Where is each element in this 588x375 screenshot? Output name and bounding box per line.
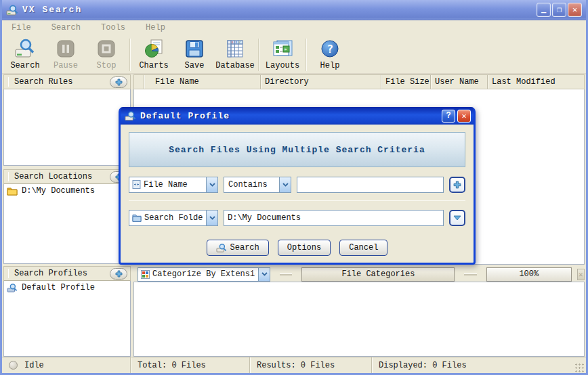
location-item[interactable]: D:\My Documents <box>4 184 130 196</box>
layouts-icon: » <box>272 39 293 59</box>
percent-column-header[interactable]: 100% <box>486 267 572 282</box>
column-user-name[interactable]: User Name <box>430 75 487 89</box>
operator-select-value: Contains <box>228 180 276 190</box>
menu-bar: File Search Tools Help <box>2 20 586 35</box>
search-folder-input[interactable] <box>224 210 444 226</box>
search-rules-title: Search Rules <box>14 77 110 87</box>
close-button[interactable]: ✕ <box>568 3 582 17</box>
folder-icon <box>7 187 18 196</box>
close-categories-button[interactable]: ✕ <box>577 269 585 280</box>
dialog-options-button[interactable]: Options <box>278 240 331 256</box>
toolbar-separator <box>258 39 259 71</box>
toolbar-pause-button[interactable]: Pause <box>45 37 86 72</box>
pause-icon <box>56 39 76 59</box>
dialog-app-icon <box>125 110 136 121</box>
add-criteria-button[interactable] <box>449 177 465 193</box>
toolbar-charts-button[interactable]: Charts <box>133 37 174 72</box>
column-headers: File Name Directory File Size User Name … <box>133 74 585 89</box>
stop-icon <box>96 39 117 59</box>
menu-search[interactable]: Search <box>49 22 83 34</box>
splitter-handle[interactable] <box>280 273 292 275</box>
toolbar-separator <box>306 39 307 71</box>
status-bar: Idle Total: 0 Files Results: 0 Files Dis… <box>2 357 586 373</box>
toolbar-database-label: Database <box>215 61 255 70</box>
categorize-icon <box>141 270 150 279</box>
toolbar-pause-label: Pause <box>54 61 78 70</box>
column-file-name[interactable]: File Name <box>144 75 260 89</box>
operator-select[interactable]: Contains <box>224 177 291 193</box>
column-file-size[interactable]: File Size <box>381 75 430 89</box>
search-locations-header: Search Locations <box>3 169 131 184</box>
splitter-handle[interactable] <box>464 273 476 275</box>
scope-select[interactable]: Search Folders <box>129 210 218 226</box>
search-profiles-list[interactable]: Default Profile <box>3 281 131 357</box>
header-grip <box>8 172 9 181</box>
percent-value: 100% <box>519 269 539 279</box>
toolbar-save-button[interactable]: Save <box>174 37 215 72</box>
toolbar-help-button[interactable]: ? Help <box>310 37 350 72</box>
toolbar-stop-button[interactable]: Stop <box>86 37 127 72</box>
resize-grip[interactable] <box>575 363 585 373</box>
close-icon: ✕ <box>572 7 577 14</box>
toolbar: Search Pause Stop <box>2 35 586 74</box>
triangle-down-icon <box>453 215 461 221</box>
column-directory[interactable]: Directory <box>260 75 381 89</box>
chevron-down-icon[interactable] <box>206 177 217 192</box>
dialog-help-button[interactable]: ? <box>442 110 455 123</box>
file-categories-header[interactable]: File Categories <box>301 267 455 282</box>
chevron-down-icon[interactable] <box>206 211 217 225</box>
search-locations-list[interactable]: D:\My Documents <box>3 184 131 264</box>
header-grip <box>8 269 9 278</box>
close-icon: ✕ <box>579 270 583 279</box>
dialog-banner: Search Files Using Multiple Search Crite… <box>129 132 465 167</box>
toolbar-layouts-button[interactable]: » Layouts <box>262 37 303 72</box>
search-profiles-title: Search Profiles <box>14 269 110 278</box>
column-last-modified[interactable]: Last Modified <box>487 75 584 89</box>
default-profile-dialog: Default Profile ? ✕ Search Files Using M… <box>119 107 476 265</box>
status-results: Results: 0 Files <box>257 361 335 370</box>
dialog-titlebar[interactable]: Default Profile ? ✕ <box>121 107 474 125</box>
maximize-button[interactable]: ❐ <box>552 3 566 17</box>
criteria-row: File Name Contains <box>129 176 465 193</box>
window-titlebar: VX Search — ❐ ✕ <box>2 0 586 20</box>
search-rules-list[interactable] <box>3 89 131 166</box>
status-results-cell: Results: 0 Files <box>250 357 372 373</box>
scope-select-value: Search Folders <box>144 213 203 223</box>
categories-list[interactable] <box>133 282 585 357</box>
left-panel: Search Rules Search Locations <box>3 74 131 357</box>
menu-file[interactable]: File <box>9 22 34 34</box>
file-categories-label: File Categories <box>341 269 415 279</box>
menu-tools[interactable]: Tools <box>98 22 128 34</box>
field-select[interactable]: File Name <box>129 177 218 193</box>
add-profile-button[interactable] <box>110 268 127 280</box>
window-title: VX Search <box>22 5 535 15</box>
menu-help[interactable]: Help <box>143 22 168 34</box>
question-icon: ? <box>446 111 450 120</box>
categorize-select[interactable]: Categorize By Extension <box>138 267 270 282</box>
dialog-options-label: Options <box>287 243 321 252</box>
blue-folder-icon <box>132 214 142 222</box>
chevron-down-icon[interactable] <box>279 177 291 192</box>
minimize-button[interactable]: — <box>537 3 551 17</box>
toolbar-search-label: Search <box>10 61 39 70</box>
folder-dropdown-button[interactable] <box>449 210 465 226</box>
add-rule-button[interactable] <box>110 76 127 88</box>
dialog-cancel-button[interactable]: Cancel <box>339 240 387 256</box>
file-name-field-icon <box>132 180 141 189</box>
svg-text:?: ? <box>327 43 334 56</box>
toolbar-database-button[interactable]: A B C Database <box>215 37 255 72</box>
toolbar-separator <box>129 39 131 71</box>
column-grip <box>134 75 144 89</box>
profile-item[interactable]: Default Profile <box>4 281 130 293</box>
toolbar-search-button[interactable]: Search <box>5 37 45 72</box>
toolbar-save-label: Save <box>185 61 205 70</box>
field-select-value: File Name <box>144 180 203 190</box>
chevron-down-icon[interactable] <box>258 268 270 281</box>
toolbar-stop-label: Stop <box>97 61 117 70</box>
dialog-close-button[interactable]: ✕ <box>457 110 471 123</box>
dialog-search-button[interactable]: Search <box>207 240 269 256</box>
toolbar-layouts-label: Layouts <box>266 61 299 70</box>
location-item-label: D:\My Documents <box>22 186 95 196</box>
toolbar-help-label: Help <box>320 61 340 70</box>
criteria-value-input[interactable] <box>297 177 444 193</box>
